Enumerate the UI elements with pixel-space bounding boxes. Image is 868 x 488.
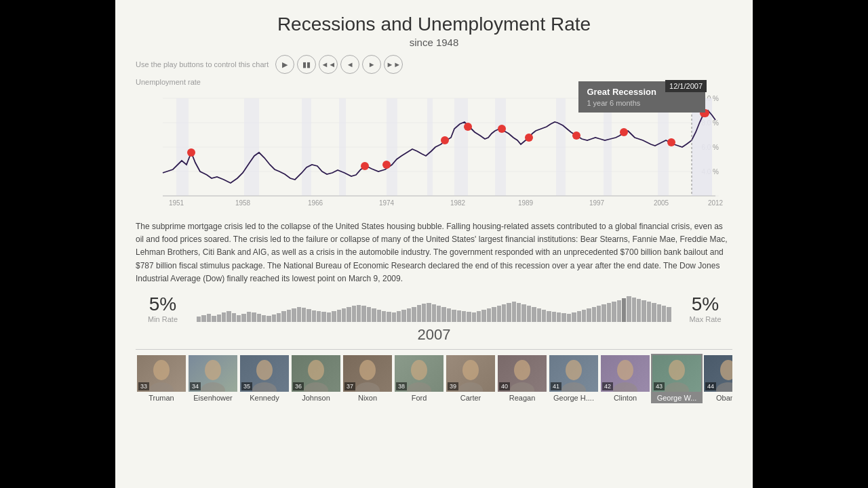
svg-text:1958: 1958: [235, 199, 251, 207]
svg-point-58: [510, 382, 534, 392]
svg-rect-14: [427, 98, 433, 196]
svg-point-56: [458, 382, 483, 392]
svg-text:1951: 1951: [169, 199, 184, 207]
president-photo-kennedy: 35: [240, 355, 289, 392]
president-name-kennedy: Kennedy: [250, 394, 279, 402]
svg-rect-17: [556, 98, 566, 196]
tooltip-date: 12/1/2007: [665, 80, 707, 92]
mini-bars-chart: [197, 295, 671, 322]
svg-text:1974: 1974: [379, 199, 395, 207]
president-photo-nixon: 37: [343, 355, 392, 392]
svg-point-27: [525, 134, 533, 142]
fast-forward-button[interactable]: ►►: [384, 55, 403, 74]
svg-point-66: [716, 382, 732, 392]
president-kennedy[interactable]: 35Kennedy: [239, 354, 290, 403]
svg-text:1989: 1989: [518, 199, 534, 207]
svg-point-48: [252, 382, 277, 392]
president-obama[interactable]: 44Obama: [703, 354, 732, 403]
svg-rect-9: [176, 98, 189, 196]
svg-point-57: [462, 360, 479, 380]
unemployment-chart: Unemployment rate 12/1/2007 Great Recess…: [136, 78, 732, 214]
svg-point-29: [620, 128, 628, 136]
president-ford[interactable]: 38Ford: [393, 354, 445, 403]
svg-rect-19: [658, 98, 669, 196]
svg-point-45: [153, 360, 170, 380]
president-name-nixon: Nixon: [358, 394, 377, 402]
stats-bar: 5% Min Rate 5% Max Rate: [136, 293, 732, 323]
svg-point-26: [498, 125, 506, 133]
svg-point-50: [304, 382, 328, 392]
svg-point-59: [514, 360, 530, 380]
recession-description: The subprime mortgage crisis led to the …: [136, 220, 732, 285]
president-photo-truman: 33: [137, 355, 186, 392]
svg-point-30: [667, 138, 675, 146]
max-rate-stat: 5% Max Rate: [678, 293, 732, 323]
president-name-reagan: Reagan: [509, 394, 536, 402]
tooltip-title: Great Recession: [587, 87, 656, 97]
svg-rect-15: [454, 98, 468, 196]
svg-rect-13: [387, 98, 397, 196]
president-johnson[interactable]: 36Johnson: [290, 354, 342, 403]
svg-point-67: [720, 360, 732, 380]
president-name-carter: Carter: [460, 394, 481, 402]
president-photo-george-w: 43: [652, 355, 701, 392]
svg-point-60: [561, 382, 586, 392]
rewind-button[interactable]: ◄◄: [319, 55, 338, 74]
svg-text:2012: 2012: [708, 199, 724, 207]
president-name-george-w: George W...: [657, 394, 697, 402]
president-clinton[interactable]: 42Clinton: [599, 354, 651, 403]
president-george-w[interactable]: 43George W...: [651, 354, 703, 403]
step-forward-button[interactable]: ►: [362, 55, 381, 74]
president-nixon[interactable]: 37Nixon: [342, 354, 393, 403]
svg-point-24: [441, 136, 449, 144]
presidents-strip: 33Truman34Eisenhower35Kennedy36Johnson37…: [136, 349, 732, 403]
president-name-clinton: Clinton: [614, 394, 637, 402]
min-rate-value: 5%: [136, 293, 190, 315]
president-name-ford: Ford: [412, 394, 427, 402]
controls-hint: Use the play buttons to control this cha…: [136, 60, 269, 68]
svg-rect-18: [604, 98, 612, 196]
president-truman[interactable]: 33Truman: [136, 354, 187, 403]
svg-point-51: [308, 360, 324, 380]
pause-button[interactable]: ▮▮: [297, 55, 316, 74]
president-name-truman: Truman: [149, 394, 174, 402]
president-carter[interactable]: 39Carter: [445, 354, 496, 403]
svg-point-52: [355, 382, 380, 392]
recession-tooltip: 12/1/2007 Great Recession 1 year 6 month…: [578, 81, 705, 113]
svg-point-44: [149, 382, 174, 392]
tooltip-duration: 1 year 6 months: [587, 99, 697, 107]
svg-point-61: [566, 360, 582, 380]
svg-text:1997: 1997: [589, 199, 605, 207]
svg-point-28: [572, 131, 580, 140]
svg-rect-11: [302, 98, 311, 196]
svg-point-21: [187, 148, 195, 157]
svg-rect-12: [339, 98, 346, 196]
page-title: Recessions and Unemployment Rate: [136, 14, 732, 35]
president-photo-reagan: 40: [498, 355, 547, 392]
president-photo-george-hw: 41: [549, 355, 598, 392]
president-name-george-hw: George H....: [553, 394, 594, 402]
president-photo-eisenhower: 34: [189, 355, 237, 392]
svg-point-25: [464, 123, 472, 131]
svg-point-55: [411, 360, 427, 380]
president-photo-obama: 44: [704, 355, 732, 392]
play-button[interactable]: ▶: [275, 55, 294, 74]
svg-rect-16: [495, 98, 506, 196]
president-eisenhower[interactable]: 34Eisenhower: [187, 354, 239, 403]
step-back-button[interactable]: ◄: [340, 55, 359, 74]
president-reagan[interactable]: 40Reagan: [496, 354, 548, 403]
min-rate-label: Min Rate: [136, 315, 190, 323]
page-subtitle: since 1948: [136, 37, 732, 48]
svg-point-63: [617, 360, 633, 380]
svg-text:1966: 1966: [308, 199, 323, 207]
svg-point-47: [205, 360, 221, 380]
president-photo-carter: 39: [446, 355, 495, 392]
president-name-eisenhower: Eisenhower: [193, 394, 232, 402]
max-rate-value: 5%: [678, 293, 732, 315]
svg-text:2005: 2005: [654, 199, 669, 207]
svg-point-23: [382, 161, 391, 169]
svg-rect-10: [244, 98, 259, 196]
svg-point-53: [359, 360, 376, 380]
president-george-hw[interactable]: 41George H....: [548, 354, 599, 403]
svg-point-46: [201, 382, 225, 392]
